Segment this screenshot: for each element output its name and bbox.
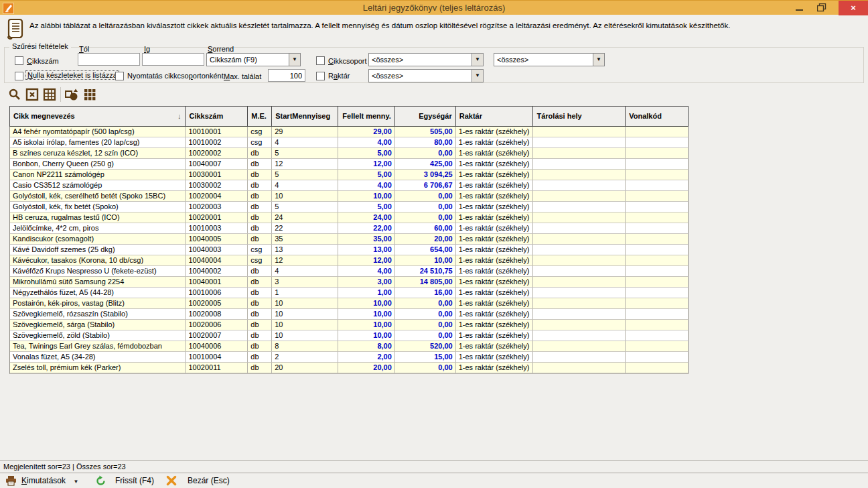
cell-barcode (626, 330, 688, 341)
table-row[interactable]: Szövegkiemelő, rózsaszín (Stabilo)100200… (10, 309, 688, 320)
column-header[interactable]: M.E. (248, 107, 272, 126)
table-row[interactable]: Vonalas füzet, A5 (34-28)10010004db22,00… (10, 352, 688, 363)
table-body: A4 fehér nyomtatópapír (500 lap/csg)1001… (9, 127, 689, 374)
info-text: Az alábbi táblázat a leltárazásban kivál… (29, 21, 730, 29)
table-row[interactable]: Szövegkiemelő, sárga (Stabilo)10020006db… (10, 320, 688, 330)
frissit-button[interactable]: Frissít (F4) (115, 474, 154, 488)
column-header-label: Fellelt menny. (342, 112, 391, 120)
table-grid-icon[interactable] (43, 88, 58, 101)
cell-warehouse: 1-es raktár (székhely) (456, 309, 534, 320)
table-row[interactable]: Szövegkiemelő, zöld (Stabilo)10020007db1… (10, 330, 688, 341)
tol-label: Tól (79, 45, 89, 53)
cell-name: Canon NP2211 számológép (10, 170, 186, 180)
table-row[interactable]: Golyóstoll, kék, cserélhető betét (Spoko… (10, 191, 688, 202)
table-row[interactable]: Kávé Davidoff szemes (25 dkg)10040003csg… (10, 245, 688, 255)
cell-start: 29 (272, 127, 338, 137)
cell-barcode (626, 352, 688, 363)
chevron-down-icon[interactable]: ▼ (289, 54, 300, 66)
table-row[interactable]: Négyzethálós füzet, A5 (44-28)10010006db… (10, 288, 688, 298)
filter-group-label: Szűrési feltételek (9, 42, 71, 50)
nulla-checkbox-label[interactable]: Nulla készleteket is listázza (25, 70, 119, 80)
tol-input[interactable] (78, 53, 140, 66)
chevron-down-icon[interactable]: ▼ (472, 70, 483, 82)
table-row[interactable]: Mikrohullámú sütő Samsung 225410040001db… (10, 277, 688, 288)
column-header[interactable]: Cikkszám (186, 107, 248, 126)
max-talalat-input[interactable] (268, 69, 305, 82)
cell-unit: csg (248, 127, 272, 137)
ig-input[interactable] (142, 53, 204, 66)
cell-price: 10,00 (395, 255, 456, 266)
nulla-checkbox[interactable] (15, 72, 23, 80)
table-row[interactable]: Golyóstoll, kék, fix betét (Spoko)100200… (10, 202, 688, 212)
raktar-dropdown[interactable]: <összes> ▼ (368, 69, 484, 82)
column-header[interactable]: Fellelt menny. (338, 107, 395, 126)
raktar-checkbox-label[interactable]: Raktár (328, 72, 350, 80)
sorrend-value: Cikkszám (F9) (210, 56, 257, 64)
cell-barcode (626, 159, 688, 170)
cikkszam-checkbox-label[interactable]: Cikkszám (27, 57, 59, 65)
cell-storage (533, 170, 626, 180)
cikkszam-checkbox[interactable] (15, 56, 23, 65)
column-header[interactable]: Tárolási hely (533, 107, 626, 126)
close-button[interactable]: × (839, 1, 868, 15)
product-shapes-icon[interactable] (64, 88, 79, 101)
cell-start: 5 (272, 202, 338, 212)
table-row[interactable]: Bonbon, Cherry Queen (250 g)10040007db12… (10, 159, 688, 170)
minimize-button[interactable] (790, 1, 809, 15)
block-matrix-icon[interactable] (83, 88, 98, 101)
cell-found: 4,00 (338, 266, 395, 277)
table-row[interactable]: B színes ceruza készlet, 12 szín (ICO)10… (10, 148, 688, 159)
column-header[interactable]: Raktár (456, 107, 534, 126)
cell-unit: db (248, 277, 272, 288)
kimutatasok-button[interactable]: Kimutatások ▼ (21, 474, 78, 488)
column-header-label: StartMennyiseg (275, 112, 330, 120)
table-row[interactable]: Canon NP2211 számológép10030001db55,003 … (10, 170, 688, 180)
table-row[interactable]: Tea, Twinings Earl Grey szálas, fémdoboz… (10, 341, 688, 352)
column-header[interactable]: Vonalkód (626, 107, 688, 126)
cell-found: 5,00 (338, 170, 395, 180)
sorrend-dropdown[interactable]: Cikkszám (F9) ▼ (206, 53, 301, 66)
table-row[interactable]: Postairón, kék-piros, vastag (Blitz)1002… (10, 298, 688, 309)
cell-price: 0,00 (395, 320, 456, 330)
table-row[interactable]: HB ceruza, rugalmas testű (ICO)10020001d… (10, 212, 688, 223)
table-row[interactable]: A5 iskolai írólap, famentes (20 lap/csg)… (10, 137, 688, 148)
raktar-checkbox[interactable] (316, 72, 325, 80)
cell-start: 1 (272, 288, 338, 298)
cell-warehouse: 1-es raktár (székhely) (456, 202, 534, 212)
cell-found: 8,00 (338, 341, 395, 352)
column-header[interactable]: StartMennyiseg (272, 107, 338, 126)
cikkcsoport-dropdown-2[interactable]: <összes> ▼ (494, 53, 605, 66)
restore-button[interactable] (812, 1, 832, 15)
cell-price: 520,00 (395, 341, 456, 352)
nyomtatas-checkbox-label[interactable]: Nyomtatás cikkcsoportonként (127, 72, 224, 80)
table-row[interactable]: A4 fehér nyomtatópapír (500 lap/csg)1001… (10, 127, 688, 137)
sort-arrow-icon: ↓ (177, 107, 182, 125)
bezar-button[interactable]: Bezár (Esc) (188, 474, 230, 488)
cikkcsoport-checkbox[interactable] (316, 56, 325, 65)
column-header[interactable]: Cikk megnevezés↓ (10, 107, 186, 126)
chevron-down-icon[interactable]: ▼ (472, 54, 483, 66)
search-icon[interactable] (8, 88, 23, 101)
table-row[interactable]: Kávéfőző Krups Nespresso U (fekete-ezüst… (10, 266, 688, 277)
cell-storage (533, 352, 626, 363)
table-row[interactable]: Zselés toll, prémium kék (Parker)1002001… (10, 363, 688, 373)
table-row[interactable]: Casio CS3512 számológép10030002db44,006 … (10, 180, 688, 191)
nyomtatas-checkbox[interactable] (115, 72, 124, 80)
table-row[interactable]: Kandiscukor (csomagolt)10040005db3535,00… (10, 234, 688, 245)
cell-name: Kávécukor, tasakos (Korona, 10 db/csg) (10, 255, 186, 266)
column-header[interactable]: Egységár (395, 107, 456, 126)
cell-code: 10020008 (186, 309, 248, 320)
excel-export-icon[interactable] (25, 88, 40, 101)
table-row[interactable]: Kávécukor, tasakos (Korona, 10 db/csg)10… (10, 255, 688, 266)
table-row[interactable]: Jelölőcímke, 4*2 cm, piros10010003db2222… (10, 223, 688, 234)
chevron-down-icon[interactable]: ▼ (593, 54, 604, 66)
cikkcsoport-checkbox-label[interactable]: Cikkcsoport (328, 57, 366, 65)
cell-unit: db (248, 266, 272, 277)
cell-warehouse: 1-es raktár (székhely) (456, 148, 534, 159)
cikkcsoport-dropdown-1[interactable]: <összes> ▼ (368, 53, 484, 66)
cell-start: 22 (272, 223, 338, 234)
cell-code: 10020002 (186, 148, 248, 159)
cell-price: 505,00 (395, 127, 456, 137)
cell-price: 0,00 (395, 148, 456, 159)
table-header: Cikk megnevezés↓CikkszámM.E.StartMennyis… (9, 106, 689, 127)
